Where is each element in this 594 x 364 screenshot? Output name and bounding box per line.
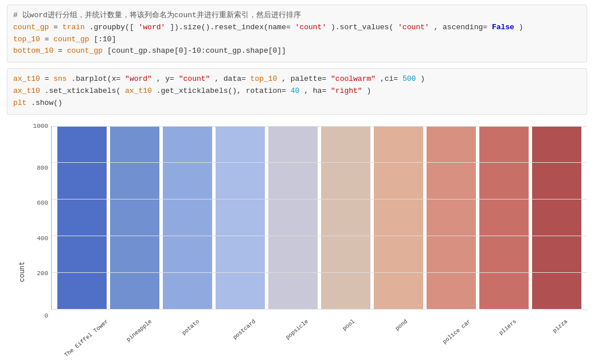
x-labels: The Eiffel Towerpineapplepotatopostcardp… — [51, 312, 587, 358]
chart-area: count 1000 800 — [18, 126, 587, 364]
y-tick-600: 600 — [30, 199, 48, 206]
gridline-0 — [52, 309, 587, 310]
code-block-2: ax_t10 = sns .barplot(x= "word" , y= "co… — [7, 68, 587, 114]
bar — [110, 126, 159, 309]
page: # 以word进行分组，并统计数量，将该列命名为count并进行重新索引，然后进… — [0, 0, 594, 364]
y-tick-0: 0 — [30, 312, 48, 319]
bar-group — [110, 126, 159, 309]
bar — [532, 126, 581, 309]
x-label-group: The Eiffel Tower — [51, 312, 106, 358]
chart-inner: 1000 800 600 400 200 0 The Eiffel Towerp… — [29, 126, 587, 364]
bar — [427, 126, 476, 309]
y-ticks: 1000 800 600 400 200 0 — [30, 126, 48, 309]
bar — [268, 126, 318, 309]
bar — [374, 126, 423, 309]
bar-group — [479, 126, 529, 309]
bar-group — [427, 126, 476, 309]
code-line-1: count_gp = train .groupby([ 'word' ]).si… — [13, 22, 581, 34]
y-tick-400: 400 — [30, 235, 48, 242]
chart-container: count 1000 800 — [7, 120, 587, 364]
x-label: pizza — [552, 318, 594, 364]
bar — [216, 126, 265, 309]
code-line-2: top_10 = count_gp [:10] — [13, 34, 581, 46]
bar-group — [532, 126, 581, 309]
code-block-1: # 以word进行分组，并统计数量，将该列命名为count并进行重新索引，然后进… — [7, 5, 587, 62]
bar-group — [321, 126, 370, 309]
bar — [321, 126, 370, 309]
bar — [57, 126, 107, 309]
bar-group — [216, 126, 265, 309]
y-axis-label: count — [18, 238, 26, 282]
bar-group — [268, 126, 318, 309]
var-count-gp: count_gp — [13, 23, 49, 32]
bar — [479, 126, 529, 309]
bars-wrapper — [52, 126, 587, 309]
code-line-6: plt .show() — [13, 97, 581, 109]
y-tick-1000: 1000 — [30, 123, 48, 130]
x-label-group: police car — [427, 312, 476, 358]
y-tick-200: 200 — [30, 270, 48, 277]
code-line-4: ax_t10 = sns .barplot(x= "word" , y= "co… — [13, 73, 581, 85]
y-tick-800: 800 — [30, 165, 48, 171]
code-line-5: ax_t10 .set_xticklabels( ax_t10 .get_xti… — [13, 85, 581, 97]
bar-group — [163, 126, 212, 309]
comment-line: # 以word进行分组，并统计数量，将该列命名为count并进行重新索引，然后进… — [13, 10, 581, 22]
bar — [163, 126, 212, 309]
x-label-group: pond — [374, 312, 423, 358]
chart-plot: 1000 800 600 400 200 0 — [51, 126, 587, 310]
bar-group — [57, 126, 107, 309]
code-line-3: bottom_10 = count_gp [count_gp.shape[0]-… — [13, 45, 581, 57]
bar-group — [374, 126, 423, 309]
